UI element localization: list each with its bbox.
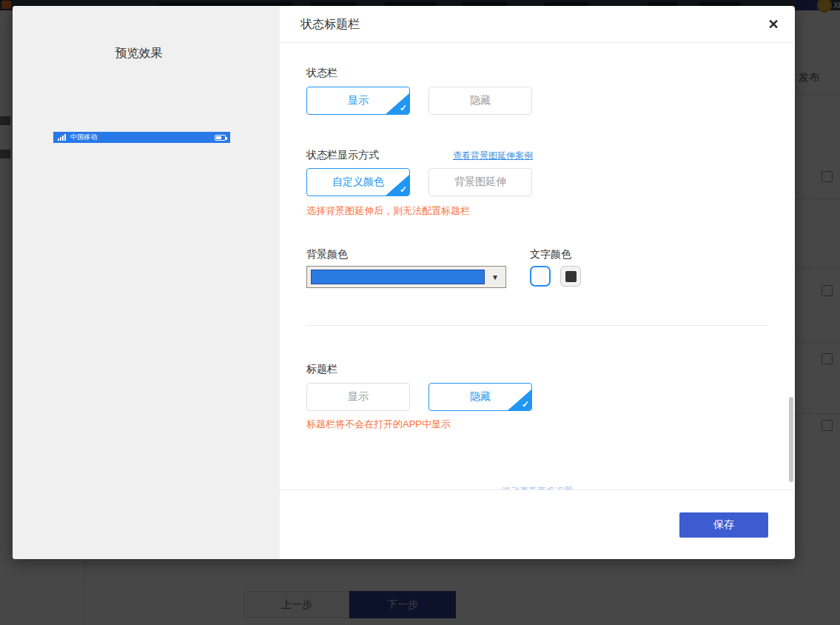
bg-color-select[interactable]: ▼ xyxy=(306,266,506,288)
modal-title: 状态标题栏 xyxy=(300,6,360,43)
display-mode-options: 自定义颜色 ✓ 背景图延伸 ✓ xyxy=(306,168,768,196)
display-mode-label: 状态栏显示方式 xyxy=(306,147,379,162)
title-bar-hide-button[interactable]: 隐藏 ✓ xyxy=(429,383,532,411)
bg-color-group: 背景颜色 ▼ xyxy=(306,247,530,288)
dropdown-arrow-icon: ▼ xyxy=(491,273,499,281)
title-bar-label: 标题栏 xyxy=(306,361,768,376)
phone-status-bar-preview: 中国移动 xyxy=(53,132,230,143)
title-bar-show-button[interactable]: 显示 ✓ xyxy=(306,383,410,411)
carrier-label: 中国移动 xyxy=(70,134,97,141)
bg-extend-example-link[interactable]: 查看背景图延伸案例 xyxy=(453,150,533,162)
status-bar-show-button[interactable]: 显示 ✓ xyxy=(306,87,410,115)
text-color-white-swatch[interactable] xyxy=(530,266,551,287)
option-label: 自定义颜色 xyxy=(332,176,384,189)
title-bar-options: 显示 ✓ 隐藏 ✓ xyxy=(306,383,768,411)
status-bar-hide-button[interactable]: 隐藏 ✓ xyxy=(429,87,532,115)
status-bar-options: 显示 ✓ 隐藏 ✓ xyxy=(306,87,768,115)
check-icon: ✓ xyxy=(400,104,407,113)
text-color-options xyxy=(530,266,591,287)
section-divider xyxy=(306,325,768,326)
signal-icon xyxy=(58,134,67,141)
option-label: 背景图延伸 xyxy=(454,176,506,189)
close-icon[interactable]: ✕ xyxy=(764,15,783,34)
bg-color-label: 背景颜色 xyxy=(306,247,530,261)
battery-icon xyxy=(215,135,226,141)
text-color-group: 文字颜色 xyxy=(530,247,591,288)
bg-color-swatch xyxy=(311,270,485,284)
settings-panel: 状态标题栏 ✕ 状态栏 显示 ✓ 隐藏 ✓ 状态栏显示方式 xyxy=(280,6,795,559)
option-label: 隐藏 xyxy=(470,390,491,404)
title-bar-warning: 标题栏将不会在打开的APP中显示 xyxy=(306,418,768,430)
bg-extend-button[interactable]: 背景图延伸 ✓ xyxy=(429,168,532,196)
save-button[interactable]: 保存 xyxy=(679,512,768,538)
text-color-black-swatch[interactable] xyxy=(560,266,581,287)
scrollbar-thumb[interactable] xyxy=(789,397,793,482)
preview-title: 预览效果 xyxy=(13,46,265,61)
check-icon: ✓ xyxy=(522,400,529,409)
display-mode-warning: 选择背景图延伸后，则无法配置标题栏 xyxy=(306,205,768,217)
modal-footer: 保存 xyxy=(280,489,795,559)
text-color-label: 文字颜色 xyxy=(530,247,591,261)
check-icon: ✓ xyxy=(400,185,407,194)
custom-color-button[interactable]: 自定义颜色 ✓ xyxy=(306,168,410,196)
option-label: 显示 xyxy=(348,94,369,107)
display-mode-header: 状态栏显示方式 查看背景图延伸案例 xyxy=(306,147,768,162)
option-label: 隐藏 xyxy=(470,94,491,107)
color-settings-row: 背景颜色 ▼ 文字颜色 xyxy=(306,247,768,288)
status-bar-label: 状态栏 xyxy=(306,65,768,80)
preview-panel: 预览效果 中国移动 xyxy=(13,6,280,559)
modal-header: 状态标题栏 ✕ xyxy=(280,6,795,43)
status-title-bar-modal: 预览效果 中国移动 状态标题栏 ✕ 状态栏 显示 ✓ 隐藏 xyxy=(13,6,795,559)
modal-body: 状态栏 显示 ✓ 隐藏 ✓ 状态栏显示方式 查看背景图延伸案例 xyxy=(280,43,795,489)
option-label: 显示 xyxy=(348,390,369,404)
